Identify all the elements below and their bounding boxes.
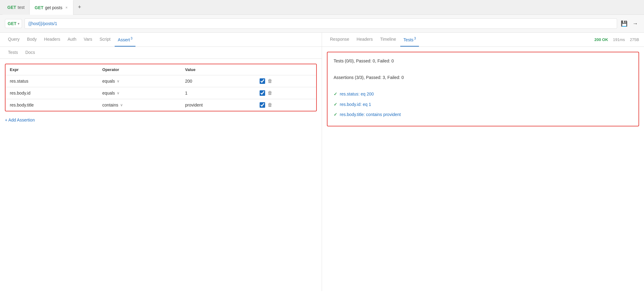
table-row: res.body.title contains ∨ provident xyxy=(6,99,316,111)
expr-cell: res.status xyxy=(6,75,98,87)
tab-get-test[interactable]: GET test xyxy=(2,0,30,15)
method-chevron-icon: ▾ xyxy=(18,22,19,25)
response-status: 200 OK 191ms 275B xyxy=(594,37,639,42)
send-button[interactable]: → xyxy=(631,19,639,28)
tab-headers[interactable]: Headers xyxy=(41,33,63,46)
tab-get-posts[interactable]: GET get posts × xyxy=(30,0,73,15)
tab-tests[interactable]: Tests xyxy=(5,47,21,58)
action-cell: 🗑 xyxy=(255,75,316,87)
expr-cell: res.body.title xyxy=(6,99,98,111)
operator-chevron-icon[interactable]: ∨ xyxy=(120,103,123,107)
operator-chevron-icon[interactable]: ∨ xyxy=(117,79,120,83)
operator-chevron-icon[interactable]: ∨ xyxy=(117,91,120,95)
delete-icon[interactable]: 🗑 xyxy=(268,90,272,96)
tab-timeline[interactable]: Timeline xyxy=(377,33,399,46)
tab-docs[interactable]: Docs xyxy=(22,47,38,58)
row-checkbox[interactable] xyxy=(260,90,265,96)
test-results-box: Tests (0/0), Passed: 0, Failed: 0 Assert… xyxy=(327,52,639,126)
assertion-result-1: ✓ res.status: eq 200 xyxy=(334,90,632,98)
assertion-result-text: res.status: eq 200 xyxy=(340,90,374,98)
left-nav-tabs: Query Body Headers Auth Vars Script Asse… xyxy=(0,33,322,47)
col-expr: Expr xyxy=(6,64,98,75)
row-checkbox[interactable] xyxy=(260,78,265,84)
action-cell: 🗑 xyxy=(255,87,316,99)
checkmark-icon: ✓ xyxy=(334,90,337,98)
operator-cell: equals ∨ xyxy=(98,87,181,99)
tab-response-headers[interactable]: Headers xyxy=(353,33,376,46)
left-nav-tabs-2: Tests Docs xyxy=(0,47,322,59)
status-time-label: 191ms xyxy=(613,37,625,42)
assertion-result-text: res.body.title: contains provident xyxy=(340,111,401,118)
right-panel-content: Tests (0/0), Passed: 0, Failed: 0 Assert… xyxy=(322,47,644,291)
method-label: GET xyxy=(8,21,17,26)
status-size-label: 275B xyxy=(630,37,639,42)
table-row: res.body.id equals ∨ 1 xyxy=(6,87,316,99)
checkmark-icon: ✓ xyxy=(334,101,337,108)
operator-value: contains xyxy=(102,103,118,107)
save-button[interactable]: 💾 xyxy=(620,19,629,28)
tabs-bar: GET test GET get posts × + xyxy=(0,0,644,15)
checkmark-icon: ✓ xyxy=(334,111,337,118)
col-value: Value xyxy=(181,64,255,75)
assertions-table-wrapper: Expr Operator Value res.status e xyxy=(5,64,317,111)
tab-vars[interactable]: Vars xyxy=(81,33,95,46)
col-actions xyxy=(255,64,316,75)
tab-query[interactable]: Query xyxy=(5,33,23,46)
assert-badge: 3 xyxy=(131,36,132,40)
delete-icon[interactable]: 🗑 xyxy=(268,102,272,108)
col-operator: Operator xyxy=(98,64,181,75)
tab-active-method-label: GET xyxy=(35,5,43,10)
tab-auth[interactable]: Auth xyxy=(65,33,80,46)
tests-summary: Tests (0/0), Passed: 0, Failed: 0 xyxy=(334,57,632,65)
left-panel-content: Expr Operator Value res.status e xyxy=(0,59,322,291)
operator-value: equals xyxy=(102,91,115,95)
table-row: res.status equals ∨ 200 xyxy=(6,75,316,87)
tab-active-title-label: get posts xyxy=(45,5,62,10)
assertions-summary: Assertions (3/3), Passed: 3, Failed: 0 xyxy=(334,74,632,81)
url-actions: 💾 → xyxy=(620,19,639,28)
left-panel: Query Body Headers Auth Vars Script Asse… xyxy=(0,33,322,291)
tab-title-label: test xyxy=(18,5,25,10)
assertion-result-2: ✓ res.body.id: eq 1 xyxy=(334,101,632,108)
delete-icon[interactable]: 🗑 xyxy=(268,78,272,84)
operator-cell: equals ∨ xyxy=(98,75,181,87)
row-checkbox[interactable] xyxy=(260,102,265,108)
tab-close-button[interactable]: × xyxy=(65,5,68,10)
assertion-result-text: res.body.id: eq 1 xyxy=(340,101,371,108)
tab-tests[interactable]: Tests3 xyxy=(400,33,419,47)
add-assertion-button[interactable]: + Add Assertion xyxy=(5,116,35,124)
operator-cell: contains ∨ xyxy=(98,99,181,111)
tests-badge: 3 xyxy=(414,36,416,40)
tab-script[interactable]: Script xyxy=(97,33,114,46)
method-selector[interactable]: GET ▾ xyxy=(5,19,22,28)
operator-value: equals xyxy=(102,79,115,84)
right-panel: Response Headers Timeline Tests3 200 OK … xyxy=(322,33,644,291)
url-input[interactable] xyxy=(24,18,617,29)
main-layout: Query Body Headers Auth Vars Script Asse… xyxy=(0,33,644,291)
assertions-table: Expr Operator Value res.status e xyxy=(6,64,316,111)
tab-assert[interactable]: Assert3 xyxy=(115,33,135,47)
tab-add-button[interactable]: + xyxy=(75,2,84,12)
tab-response[interactable]: Response xyxy=(327,33,352,46)
assertion-result-3: ✓ res.body.title: contains provident xyxy=(334,111,632,118)
tab-method-label: GET xyxy=(7,5,16,10)
status-ok-label: 200 OK xyxy=(594,37,608,42)
value-cell: provident xyxy=(181,99,255,111)
expr-cell: res.body.id xyxy=(6,87,98,99)
value-cell: 200 xyxy=(181,75,255,87)
value-cell: 1 xyxy=(181,87,255,99)
action-cell: 🗑 xyxy=(255,99,316,111)
tab-body[interactable]: Body xyxy=(24,33,40,46)
right-nav-tabs: Response Headers Timeline Tests3 200 OK … xyxy=(322,33,644,47)
url-bar: GET ▾ 💾 → xyxy=(0,15,644,33)
